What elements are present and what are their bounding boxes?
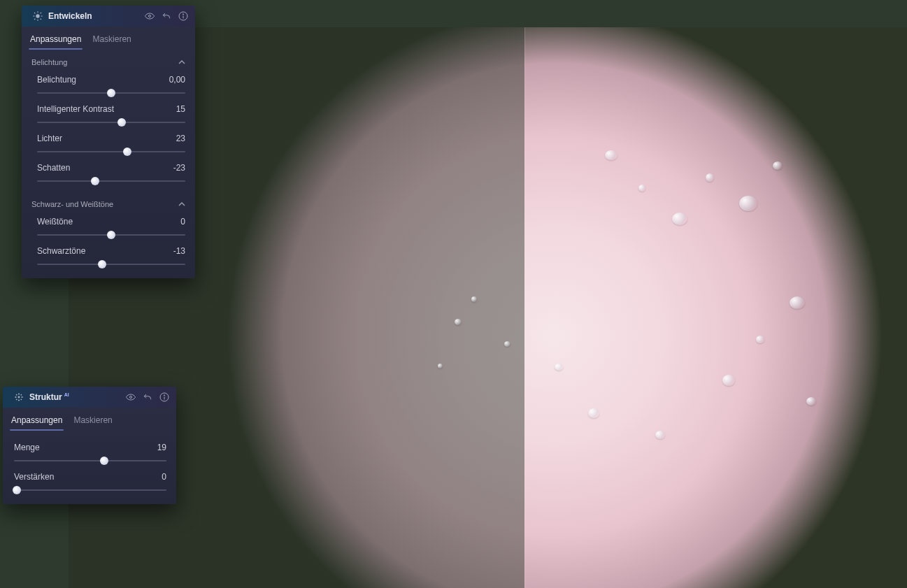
svg-line-5 — [34, 13, 35, 13]
svg-point-0 — [36, 14, 39, 17]
slider-knob[interactable] — [107, 89, 115, 97]
ai-badge: AI — [64, 392, 69, 397]
eye-icon[interactable] — [124, 391, 137, 403]
svg-line-6 — [41, 19, 41, 20]
slider-belichtung[interactable]: Belichtung0,00 — [22, 69, 195, 99]
slider-knob[interactable] — [123, 148, 131, 156]
tab-anpassungen[interactable]: Anpassungen — [30, 34, 81, 50]
svg-point-21 — [20, 399, 22, 400]
svg-point-22 — [129, 396, 131, 398]
section-belichtung-header[interactable]: Belichtung — [22, 50, 195, 69]
tabs: Anpassungen Maskieren — [3, 408, 176, 431]
slider-schatten[interactable]: Schatten-23 — [22, 157, 195, 187]
svg-point-16 — [15, 396, 16, 398]
info-icon[interactable] — [158, 391, 171, 403]
slider-value[interactable]: 0 — [180, 217, 185, 227]
tab-maskieren[interactable]: Maskieren — [92, 34, 131, 50]
svg-point-15 — [18, 399, 20, 401]
svg-point-13 — [18, 396, 20, 399]
info-icon[interactable] — [177, 10, 190, 22]
slider-value[interactable]: 15 — [176, 104, 185, 114]
svg-point-18 — [16, 394, 17, 396]
svg-point-20 — [16, 399, 17, 400]
structure-icon — [13, 391, 25, 403]
panel-struktur: Struktur AI Anpassungen Maskieren Menge1… — [3, 387, 176, 504]
slider-knob[interactable] — [91, 177, 99, 185]
undo-icon[interactable] — [141, 391, 154, 403]
slider-value[interactable]: 0 — [162, 472, 166, 482]
slider-label: Weißtöne — [37, 217, 73, 227]
panel-title: Entwickeln — [48, 11, 92, 21]
svg-point-14 — [18, 393, 20, 394]
slider-label: Menge — [14, 443, 40, 452]
svg-point-19 — [20, 394, 22, 396]
slider-value[interactable]: -13 — [173, 246, 185, 256]
tabs: Anpassungen Maskieren — [22, 27, 195, 50]
slider-intelligenter-kontrast[interactable]: Intelligenter Kontrast15 — [22, 99, 195, 128]
panel-title: Struktur — [29, 392, 62, 402]
panel-header[interactable]: Entwickeln — [22, 6, 195, 27]
slider-label: Lichter — [37, 134, 62, 143]
slider-knob[interactable] — [100, 457, 108, 465]
slider-label: Schwarztöne — [37, 246, 85, 256]
svg-point-17 — [21, 396, 22, 398]
slider-knob[interactable] — [117, 118, 126, 127]
section-sw-header[interactable]: Schwarz- und Weißtöne — [22, 192, 195, 211]
slider-knob[interactable] — [107, 231, 115, 239]
slider-verstaerken[interactable]: Verstärken0 — [3, 466, 176, 496]
svg-point-9 — [148, 15, 150, 17]
svg-line-7 — [34, 19, 35, 20]
section-title: Schwarz- und Weißtöne — [31, 200, 113, 208]
svg-line-8 — [41, 13, 41, 13]
slider-label: Intelligenter Kontrast — [37, 104, 114, 114]
sun-icon — [31, 10, 44, 22]
slider-value[interactable]: 0,00 — [169, 75, 185, 85]
slider-label: Schatten — [37, 163, 70, 173]
slider-label: Belichtung — [37, 75, 76, 85]
panel-header[interactable]: Struktur AI — [3, 387, 176, 408]
slider-lichter[interactable]: Lichter23 — [22, 128, 195, 157]
slider-schwarztoene[interactable]: Schwarztöne-13 — [22, 241, 195, 270]
svg-point-25 — [164, 395, 164, 396]
slider-menge[interactable]: Menge19 — [3, 437, 176, 466]
slider-knob[interactable] — [98, 260, 106, 268]
eye-icon[interactable] — [143, 10, 156, 22]
chevron-up-icon — [178, 59, 185, 66]
tab-anpassungen[interactable]: Anpassungen — [11, 415, 62, 431]
slider-knob[interactable] — [13, 486, 21, 494]
panel-entwickeln: Entwickeln Anpassungen Maskieren Belicht… — [22, 6, 195, 278]
slider-value[interactable]: -23 — [173, 163, 185, 173]
slider-label: Verstärken — [14, 472, 54, 482]
chevron-up-icon — [178, 201, 185, 208]
section-title: Belichtung — [31, 58, 67, 66]
tab-maskieren[interactable]: Maskieren — [73, 415, 112, 431]
undo-icon[interactable] — [160, 10, 173, 22]
slider-value[interactable]: 23 — [176, 134, 185, 143]
slider-value[interactable]: 19 — [157, 443, 166, 452]
svg-point-12 — [183, 14, 183, 15]
slider-weisstoene[interactable]: Weißtöne0 — [22, 211, 195, 241]
